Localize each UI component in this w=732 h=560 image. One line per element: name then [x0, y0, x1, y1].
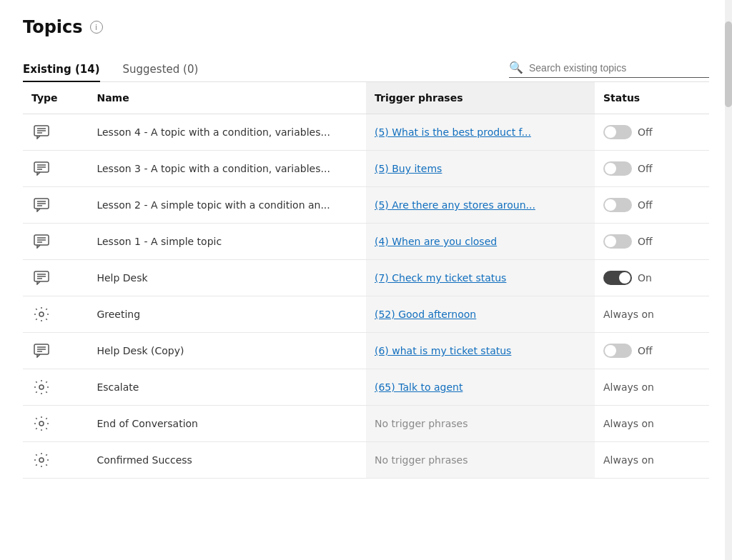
toggle-switch[interactable]: [603, 234, 632, 249]
trigger-cell: No trigger phrases: [366, 442, 595, 479]
table-row: Escalate(65) Talk to agentAlways on: [23, 369, 709, 406]
table-row: Lesson 4 - A topic with a condition, var…: [23, 114, 709, 151]
gear-icon: [31, 416, 51, 431]
name-cell[interactable]: Lesson 2 - A simple topic with a conditi…: [88, 187, 366, 224]
name-cell[interactable]: Lesson 4 - A topic with a condition, var…: [88, 114, 366, 151]
svg-point-25: [39, 385, 44, 389]
trigger-cell[interactable]: (5) What is the best product f...: [366, 114, 595, 151]
table-row: Greeting(52) Good afternoonAlways on: [23, 296, 709, 333]
type-cell: [23, 406, 88, 442]
table-row: Confirmed SuccessNo trigger phrasesAlway…: [23, 442, 709, 479]
toggle-switch[interactable]: [603, 271, 632, 285]
type-cell: [23, 114, 88, 151]
table-row: Help Desk(7) Check my ticket statusOn: [23, 260, 709, 296]
trigger-cell[interactable]: (7) Check my ticket status: [366, 260, 595, 296]
tab-suggested[interactable]: Suggested (0): [123, 57, 199, 81]
col-header-status: Status: [595, 82, 709, 114]
chat-icon: [31, 124, 51, 140]
chat-icon: [31, 197, 51, 213]
trigger-cell[interactable]: (52) Good afternoon: [366, 296, 595, 333]
gear-icon: [31, 379, 51, 395]
status-label: Off: [638, 345, 653, 356]
status-toggle: Off: [603, 125, 701, 139]
name-cell[interactable]: Help Desk (Copy): [88, 333, 366, 369]
name-cell[interactable]: Confirmed Success: [88, 442, 366, 479]
status-toggle: On: [603, 271, 701, 285]
status-cell: Always on: [595, 296, 709, 333]
svg-point-20: [39, 312, 44, 316]
status-cell: Off: [595, 333, 709, 369]
name-cell[interactable]: Greeting: [88, 296, 366, 333]
search-container: 🔍: [509, 61, 709, 78]
name-cell[interactable]: Help Desk: [88, 260, 366, 296]
table-row: Lesson 1 - A simple topic(4) When are yo…: [23, 224, 709, 260]
status-cell: Always on: [595, 442, 709, 479]
tabs-row: Existing (14) Suggested (0) 🔍: [23, 57, 709, 82]
status-cell: Off: [595, 224, 709, 260]
status-cell: Off: [595, 187, 709, 224]
status-cell: Always on: [595, 369, 709, 406]
name-cell[interactable]: Lesson 3 - A topic with a condition, var…: [88, 151, 366, 187]
type-cell: [23, 296, 88, 333]
status-toggle: Off: [603, 198, 701, 212]
col-header-trigger: Trigger phrases: [366, 82, 595, 114]
toggle-switch[interactable]: [603, 344, 632, 358]
table-row: Help Desk (Copy)(6) what is my ticket st…: [23, 333, 709, 369]
type-cell: [23, 224, 88, 260]
svg-point-26: [39, 421, 44, 426]
table-row: Lesson 2 - A simple topic with a conditi…: [23, 187, 709, 224]
status-toggle: Off: [603, 161, 701, 176]
status-label: Off: [638, 126, 653, 138]
status-toggle: Off: [603, 344, 701, 358]
status-cell: Off: [595, 151, 709, 187]
always-on-label: Always on: [603, 454, 654, 466]
always-on-label: Always on: [603, 418, 654, 429]
col-header-name: Name: [88, 82, 366, 114]
type-cell: [23, 369, 88, 406]
always-on-label: Always on: [603, 309, 654, 320]
status-label: Off: [638, 236, 653, 247]
toggle-switch[interactable]: [603, 198, 632, 212]
status-label: Off: [638, 199, 653, 211]
chat-icon: [31, 234, 51, 249]
scrollbar-thumb[interactable]: [725, 21, 732, 107]
trigger-cell[interactable]: (5) Are there any stores aroun...: [366, 187, 595, 224]
gear-icon: [31, 306, 51, 322]
search-input[interactable]: [529, 62, 686, 74]
toggle-switch[interactable]: [603, 125, 632, 139]
type-cell: [23, 260, 88, 296]
table-row: Lesson 3 - A topic with a condition, var…: [23, 151, 709, 187]
toggle-switch[interactable]: [603, 161, 632, 176]
table-row: End of ConversationNo trigger phrasesAlw…: [23, 406, 709, 442]
name-cell[interactable]: End of Conversation: [88, 406, 366, 442]
type-cell: [23, 333, 88, 369]
content-area: Topics i Existing (14) Suggested (0) 🔍: [0, 0, 732, 479]
status-cell: Always on: [595, 406, 709, 442]
topics-table: Type Name Trigger phrases Status Lesson …: [23, 82, 709, 479]
page-title: Topics: [23, 17, 83, 37]
status-label: On: [638, 272, 652, 284]
type-cell: [23, 442, 88, 479]
trigger-cell[interactable]: (65) Talk to agent: [366, 369, 595, 406]
page-title-row: Topics i: [23, 17, 709, 37]
status-label: Off: [638, 163, 653, 174]
search-icon: 🔍: [509, 61, 523, 74]
name-cell[interactable]: Escalate: [88, 369, 366, 406]
chat-icon: [31, 270, 51, 286]
status-cell: On: [595, 260, 709, 296]
trigger-cell[interactable]: (4) When are you closed: [366, 224, 595, 260]
col-header-type: Type: [23, 82, 88, 114]
tab-existing[interactable]: Existing (14): [23, 57, 100, 81]
trigger-cell[interactable]: (6) what is my ticket status: [366, 333, 595, 369]
chat-icon: [31, 343, 51, 359]
scrollbar[interactable]: [725, 0, 732, 560]
trigger-cell: No trigger phrases: [366, 406, 595, 442]
trigger-cell[interactable]: (5) Buy items: [366, 151, 595, 187]
chat-icon: [31, 161, 51, 176]
svg-point-27: [39, 458, 44, 462]
always-on-label: Always on: [603, 381, 654, 393]
name-cell[interactable]: Lesson 1 - A simple topic: [88, 224, 366, 260]
info-icon[interactable]: i: [90, 21, 103, 34]
type-cell: [23, 151, 88, 187]
status-cell: Off: [595, 114, 709, 151]
